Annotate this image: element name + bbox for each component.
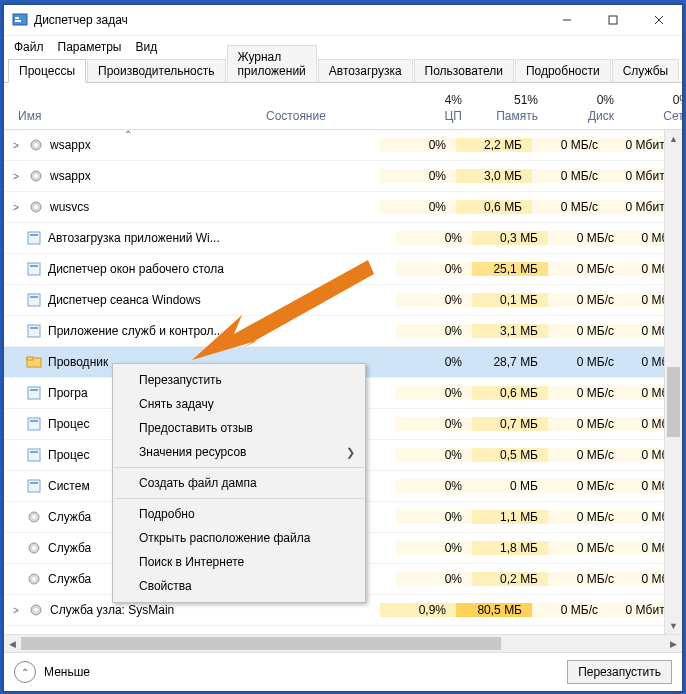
cpu-cell: 0%	[380, 138, 456, 152]
column-headers: ⌃ Имя Состояние 4% ЦП 51% Память 0% Диск…	[4, 83, 682, 130]
tab-services[interactable]: Службы	[612, 59, 679, 82]
table-row[interactable]: >wsappx0%3,0 МБ0 МБ/с0 Мбит/с	[4, 161, 682, 192]
gear-icon	[28, 602, 44, 618]
table-row[interactable]: >wsappx0%2,2 МБ0 МБ/с0 Мбит/с	[4, 130, 682, 161]
menubar: Файл Параметры Вид	[4, 36, 682, 58]
tab-app-history[interactable]: Журнал приложений	[227, 45, 317, 82]
close-button[interactable]	[636, 5, 682, 35]
cm-open-location[interactable]: Открыть расположение файла	[113, 526, 365, 550]
svg-rect-28	[30, 451, 38, 453]
hscroll-thumb[interactable]	[21, 637, 501, 650]
process-name: Проводник	[48, 355, 108, 369]
column-disk[interactable]: 0% Диск	[548, 93, 624, 129]
hscroll-track[interactable]	[21, 635, 665, 652]
column-state[interactable]: Состояние	[266, 109, 396, 129]
cpu-cell: 0%	[396, 324, 472, 338]
disk-label: Диск	[548, 109, 614, 129]
expand-icon[interactable]: >	[10, 202, 22, 213]
submenu-arrow-icon: ❯	[346, 446, 355, 459]
menu-options[interactable]: Параметры	[58, 40, 122, 54]
table-row[interactable]: Диспетчер сеанса Windows0%0,1 МБ0 МБ/с0 …	[4, 285, 682, 316]
task-manager-window: Диспетчер задач Файл Параметры Вид Проце…	[3, 4, 683, 692]
app-icon	[26, 292, 42, 308]
process-name-cell: >Служба узла: SysMain	[4, 602, 250, 618]
menu-view[interactable]: Вид	[135, 40, 157, 54]
memory-cell: 28,7 МБ	[472, 355, 548, 369]
memory-cell: 0,6 МБ	[456, 200, 532, 214]
expand-icon[interactable]: >	[10, 605, 22, 616]
scroll-track[interactable]	[665, 147, 682, 617]
horizontal-scrollbar[interactable]: ◀ ▶	[4, 634, 682, 652]
tab-details[interactable]: Подробности	[515, 59, 611, 82]
fewer-details-label[interactable]: Меньше	[44, 665, 90, 679]
gear-icon	[28, 137, 44, 153]
cm-feedback[interactable]: Предоставить отзыв	[113, 416, 365, 440]
tab-users[interactable]: Пользователи	[414, 59, 514, 82]
hscroll-left-icon[interactable]: ◀	[4, 639, 21, 649]
column-cpu[interactable]: 4% ЦП	[396, 93, 472, 129]
process-name-cell: Диспетчер окон рабочего стола	[4, 261, 266, 277]
memory-cell: 0,1 МБ	[472, 293, 548, 307]
gear-icon	[26, 509, 42, 525]
net-label: Сеть	[624, 109, 683, 129]
app-icon	[26, 323, 42, 339]
svg-rect-23	[28, 387, 40, 399]
cm-resource-values[interactable]: Значения ресурсов❯	[113, 440, 365, 464]
maximize-button[interactable]	[590, 5, 636, 35]
scroll-down-icon[interactable]: ▼	[665, 617, 682, 634]
memory-cell: 0,7 МБ	[472, 417, 548, 431]
memory-cell: 1,1 МБ	[472, 510, 548, 524]
net-pct: 0%	[624, 93, 683, 107]
table-row[interactable]: >Служба узла: Автоматическая ...0%1,1 МБ…	[4, 626, 682, 634]
app-icon	[26, 478, 42, 494]
column-memory[interactable]: 51% Память	[472, 93, 548, 129]
scroll-up-icon[interactable]: ▲	[665, 130, 682, 147]
disk-cell: 0 МБ/с	[548, 324, 624, 338]
expand-icon[interactable]: >	[10, 140, 22, 151]
app-icon	[26, 261, 42, 277]
app-icon	[26, 230, 42, 246]
scroll-thumb[interactable]	[667, 367, 680, 437]
cm-create-dump[interactable]: Создать файл дампа	[113, 471, 365, 495]
cm-properties[interactable]: Свойства	[113, 574, 365, 598]
cm-restart[interactable]: Перезапустить	[113, 368, 365, 392]
disk-cell: 0 МБ/с	[532, 200, 608, 214]
cm-search-online[interactable]: Поиск в Интернете	[113, 550, 365, 574]
menu-file[interactable]: Файл	[14, 40, 44, 54]
column-network[interactable]: 0% Сеть	[624, 93, 683, 129]
memory-cell: 0,5 МБ	[472, 448, 548, 462]
table-row[interactable]: Приложение служб и контрол...0%3,1 МБ0 М…	[4, 316, 682, 347]
tab-startup[interactable]: Автозагрузка	[318, 59, 413, 82]
process-name: Приложение служб и контрол...	[48, 324, 224, 338]
table-row[interactable]: >wusvcs0%0,6 МБ0 МБ/с0 Мбит/с	[4, 192, 682, 223]
action-button[interactable]: Перезапустить	[567, 660, 672, 684]
cm-details[interactable]: Подробно	[113, 502, 365, 526]
window-title: Диспетчер задач	[34, 13, 128, 27]
gear-icon	[28, 168, 44, 184]
column-name[interactable]: ⌃ Имя	[4, 123, 266, 129]
memory-cell: 3,1 МБ	[472, 324, 548, 338]
fewer-details-icon[interactable]: ⌃	[14, 661, 36, 683]
tab-performance[interactable]: Производительность	[87, 59, 225, 82]
column-name-label: Имя	[18, 109, 41, 123]
svg-rect-24	[30, 389, 38, 391]
cm-end-task[interactable]: Снять задачу	[113, 392, 365, 416]
memory-cell: 0 МБ	[472, 479, 548, 493]
table-row[interactable]: Диспетчер окон рабочего стола0%25,1 МБ0 …	[4, 254, 682, 285]
cpu-cell: 0%	[396, 293, 472, 307]
cpu-cell: 0%	[396, 479, 472, 493]
expand-icon[interactable]: >	[10, 171, 22, 182]
cm-separator	[114, 467, 364, 468]
svg-rect-25	[28, 418, 40, 430]
process-name-cell: Диспетчер сеанса Windows	[4, 292, 266, 308]
vertical-scrollbar[interactable]: ▲ ▼	[664, 130, 682, 634]
tab-processes[interactable]: Процессы	[8, 59, 86, 83]
minimize-button[interactable]	[544, 5, 590, 35]
memory-cell: 80,5 МБ	[456, 603, 532, 617]
gear-icon	[26, 571, 42, 587]
hscroll-right-icon[interactable]: ▶	[665, 639, 682, 649]
table-row[interactable]: Автозагрузка приложений Wi...0%0,3 МБ0 М…	[4, 223, 682, 254]
disk-cell: 0 МБ/с	[548, 572, 624, 586]
svg-rect-13	[28, 232, 40, 244]
disk-cell: 0 МБ/с	[532, 169, 608, 183]
